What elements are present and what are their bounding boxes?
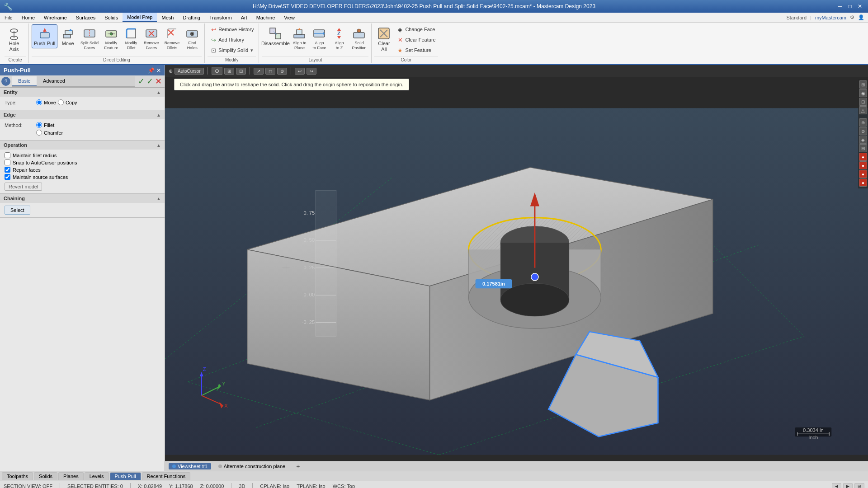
menu-wireframe[interactable]: Wireframe [39,13,71,22]
menu-model-prep[interactable]: Model Prep [123,13,157,22]
panel-pin-button[interactable]: 📌 [148,67,155,74]
disassemble-icon [268,26,283,41]
hole-axis-button[interactable]: HoleAxis [5,24,24,54]
tab-push-pull[interactable]: Push-Pull [110,472,141,480]
snap-autocursor-checkbox[interactable] [5,160,10,165]
chaining-section-content: Select [0,203,165,217]
menu-surfaces[interactable]: Surfaces [71,13,100,22]
repair-faces-checkbox[interactable] [5,167,10,173]
autocursor-button[interactable]: AutoCursor [175,68,204,75]
align-to-z-button[interactable]: Z Alignto Z [330,24,349,52]
vp-btn-3d[interactable]: ⊘ [277,68,287,75]
viewsheet-add[interactable]: + [292,462,303,470]
vp-origin-btn[interactable]: ⊡ [236,68,246,75]
panel-close-button[interactable]: ✕ [156,67,161,74]
view-btn-9[interactable]: ● [859,153,867,161]
tab-advanced[interactable]: Advanced [37,76,71,86]
maximize-button[interactable]: □ [845,2,854,10]
clear-all-button[interactable]: ClearAll [374,24,393,54]
push-pull-label: Push-Pull [34,41,55,47]
remove-history-button[interactable]: ↩ Remove History [208,24,256,34]
panel-ok-button[interactable]: ✓ [138,76,145,86]
tab-recent-functions[interactable]: Recent Functions [142,472,191,480]
select-button[interactable]: Select [5,206,30,215]
menu-file[interactable]: File [0,13,17,22]
maintain-fillet-checkbox[interactable] [5,152,10,158]
menu-solids[interactable]: Solids [100,13,123,22]
instruction-bar: Click and drag the arrow to reshape the … [174,79,409,90]
user-icon[interactable]: 👤 [858,14,864,20]
settings-icon[interactable]: ⚙ [850,14,854,20]
split-solid-faces-button[interactable]: Split SolidFaces [78,24,101,52]
model-canvas[interactable]: 0. 75 0. 50 0. 25 0. 00 -0. 25 [165,92,868,471]
tab-toolpaths[interactable]: Toolpaths [2,472,33,480]
menu-home[interactable]: Home [17,13,39,22]
solid-position-button[interactable]: SolidPosition [349,24,368,52]
set-feature-button[interactable]: ★ Set Feature [394,45,438,55]
copy-radio[interactable] [58,99,64,105]
fillet-radio[interactable] [36,122,42,128]
minimize-button[interactable]: ─ [835,2,844,10]
close-button[interactable]: ✕ [855,2,864,10]
tab-basic[interactable]: Basic [12,76,37,86]
change-face-button[interactable]: ◈ Change Face [394,24,438,34]
vp-grid-btn[interactable]: ⊞ [224,68,234,75]
view-btn-6[interactable]: ⊘ [859,127,867,135]
revert-model-button[interactable]: Revert model [5,183,42,191]
remove-fillets-button[interactable]: RemoveFillets [162,24,182,52]
modify-fillet-button[interactable]: ModifyFillet [122,24,141,52]
viewsheet-1[interactable]: Viewsheet #1 [169,463,211,469]
chamfer-radio[interactable] [36,130,42,136]
view-btn-1[interactable]: ⊞ [859,80,867,89]
panel-apply-button[interactable]: ✓ [146,76,153,86]
menu-drafting[interactable]: Drafting [178,13,205,22]
view-btn-7[interactable]: ◈ [859,136,867,144]
status-btn-1[interactable]: ◀ [832,483,841,488]
view-btn-2[interactable]: ◉ [859,89,867,97]
align-to-plane-button[interactable]: Align toPlane [290,24,309,52]
maintain-surfaces-checkbox[interactable] [5,174,10,180]
disassemble-button[interactable]: Disassemble [262,24,289,48]
vp-btn-sel[interactable]: ◻ [265,68,275,75]
entity-section-header[interactable]: Entity ▲ [0,88,165,97]
tab-planes[interactable]: Planes [58,472,84,480]
vp-undo-btn[interactable]: ↩ [295,68,305,75]
vp-redo-btn[interactable]: ↪ [307,68,316,75]
menu-mesh[interactable]: Mesh [157,13,178,22]
move-button[interactable]: Move [58,24,77,48]
menu-view[interactable]: View [279,13,299,22]
view-btn-4[interactable]: △ [859,106,867,114]
status-btn-3[interactable]: ⊞ [854,483,864,488]
view-btn-12[interactable]: ● [859,178,867,187]
chaining-section-header[interactable]: Chaining ▲ [0,194,165,203]
menu-machine[interactable]: Machine [252,13,280,22]
tab-levels[interactable]: Levels [85,472,109,480]
panel-cancel-button[interactable]: ✕ [155,76,162,86]
edge-section-header[interactable]: Edge ▲ [0,110,165,119]
menu-transform[interactable]: Transform [205,13,236,22]
remove-faces-button[interactable]: RemoveFaces [142,24,161,52]
instruction-text: Click and drag the arrow to reshape the … [180,82,403,87]
viewsheet-alt[interactable]: Alternate construction plane [215,463,289,469]
panel-help-button[interactable]: ? [1,77,10,86]
view-btn-11[interactable]: ● [859,170,867,178]
svg-marker-4 [43,28,47,32]
simplify-solid-button[interactable]: ⊡ Simplify Solid ▾ [208,45,256,55]
view-btn-5[interactable]: ⊕ [859,118,867,127]
vp-snap-btn[interactable]: ⊙ [212,67,222,75]
view-btn-8[interactable]: ⊟ [859,144,867,152]
status-btn-2[interactable]: ▶ [843,483,853,488]
push-pull-button[interactable]: Push-Pull [32,24,57,48]
clear-feature-button[interactable]: ✕ Clear Feature [394,35,438,45]
add-history-button[interactable]: ↪ Add History [208,35,256,45]
vp-btn-arrow[interactable]: ↗ [254,68,264,75]
tab-solids[interactable]: Solids [34,472,57,480]
view-btn-10[interactable]: ● [859,161,867,169]
view-btn-3[interactable]: ⊡ [859,98,867,106]
find-holes-button[interactable]: FindHoles [183,24,202,52]
modify-feature-button[interactable]: ModifyFeature [102,24,121,52]
align-to-face-button[interactable]: Alignto Face [310,24,329,52]
menu-art[interactable]: Art [236,13,252,22]
move-radio[interactable] [36,99,42,105]
operation-section-header[interactable]: Operation ▲ [0,141,165,150]
